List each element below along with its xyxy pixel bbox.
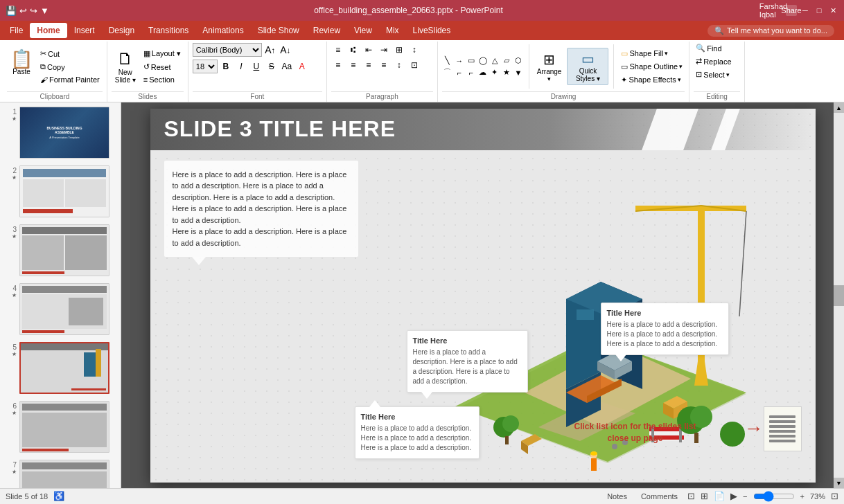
slide-canvas[interactable]: SLIDE 3 TITLE HERE Here is a place to ad… bbox=[150, 109, 816, 483]
comments-button[interactable]: Comments bbox=[637, 491, 682, 502]
menu-design[interactable]: Design bbox=[102, 23, 141, 38]
maximize-button[interactable]: □ bbox=[814, 5, 825, 16]
slide-img-6[interactable] bbox=[19, 401, 109, 453]
share-button[interactable]: Share bbox=[786, 5, 797, 16]
line-spacing-button[interactable]: ↕ bbox=[392, 58, 406, 72]
shape-line-icon[interactable]: ╲ bbox=[442, 55, 453, 66]
notes-button[interactable]: Notes bbox=[603, 491, 631, 502]
arrange-button[interactable]: ⊞ Arrange ▾ bbox=[534, 50, 565, 84]
shape-rect-icon[interactable]: ▭ bbox=[466, 55, 477, 66]
minimize-button[interactable]: ─ bbox=[800, 5, 811, 16]
slide-img-1[interactable]: BUSINESS BUILDINGASSEMBLEA Presentation … bbox=[19, 107, 109, 159]
slide-thumb-6[interactable]: 6 ★ bbox=[3, 399, 118, 454]
slide-img-7[interactable] bbox=[19, 460, 109, 488]
decrease-indent-button[interactable]: ⇤ bbox=[362, 43, 376, 57]
view-slideshow-icon[interactable]: ▶ bbox=[730, 491, 737, 501]
quick-styles-button[interactable]: ▭ Quick Styles ▾ bbox=[567, 48, 608, 85]
undo-icon[interactable]: ↩ bbox=[19, 6, 27, 16]
increase-font-button[interactable]: A↑ bbox=[263, 43, 277, 57]
shape-star5-icon[interactable]: ★ bbox=[501, 67, 512, 78]
select-button[interactable]: ⊡ Select ▾ bbox=[694, 69, 732, 80]
slide-img-3[interactable] bbox=[19, 224, 109, 276]
new-slide-button[interactable]: 🗋 New Slide ▾ bbox=[112, 47, 139, 86]
slide-thumb-2[interactable]: 2 ★ bbox=[3, 164, 118, 219]
menu-mix[interactable]: Mix bbox=[379, 23, 406, 38]
shape-effects-button[interactable]: ✦ Shape Effects ▾ bbox=[619, 75, 683, 85]
close-button[interactable]: ✕ bbox=[827, 5, 838, 16]
menu-transitions[interactable]: Transitions bbox=[141, 23, 195, 38]
zoom-out-button[interactable]: − bbox=[743, 492, 747, 501]
shape-arrow-icon[interactable]: → bbox=[454, 55, 465, 66]
view-reading-icon[interactable]: 📄 bbox=[714, 491, 725, 501]
text-direction-button[interactable]: ↕ bbox=[407, 43, 421, 57]
list-icon-box[interactable] bbox=[764, 406, 802, 451]
redo-icon[interactable]: ↪ bbox=[30, 6, 37, 16]
shape-fill-button[interactable]: ▭ Shape Fill ▾ bbox=[619, 48, 670, 59]
shape-more-icon[interactable]: ▼ bbox=[513, 67, 524, 78]
slide-img-5[interactable] bbox=[19, 342, 109, 394]
bold-button[interactable]: B bbox=[219, 60, 233, 73]
view-normal-icon[interactable]: ⊡ bbox=[687, 491, 695, 501]
slide-img-4[interactable] bbox=[19, 283, 109, 335]
shape-triangle-icon[interactable]: △ bbox=[489, 55, 500, 66]
font-color-button[interactable]: A bbox=[295, 60, 309, 73]
search-box[interactable]: 🔍 Tell me what you want to do... bbox=[707, 25, 834, 37]
zoom-in-button[interactable]: + bbox=[800, 492, 805, 501]
cut-button[interactable]: ✂ Cut bbox=[37, 48, 103, 60]
menu-slideshow[interactable]: Slide Show bbox=[251, 23, 306, 38]
accessibility-icon[interactable]: ♿ bbox=[53, 491, 64, 501]
align-left-button[interactable]: ≡ bbox=[331, 58, 345, 72]
format-painter-button[interactable]: 🖌 Format Painter bbox=[37, 74, 103, 85]
vertical-scrollbar[interactable]: ▲ ▼ bbox=[834, 102, 844, 488]
menu-view[interactable]: View bbox=[347, 23, 379, 38]
scroll-up-button[interactable]: ▲ bbox=[834, 102, 844, 113]
zoom-slider[interactable] bbox=[753, 491, 795, 502]
slide-thumb-4[interactable]: 4 ★ bbox=[3, 282, 118, 336]
numbering-button[interactable]: ⑆ bbox=[346, 43, 360, 57]
menu-home[interactable]: Home bbox=[30, 23, 67, 38]
fit-slide-button[interactable]: ⊡ bbox=[831, 491, 838, 501]
menu-review[interactable]: Review bbox=[306, 23, 347, 38]
scroll-down-button[interactable]: ▼ bbox=[834, 478, 844, 488]
font-size-select[interactable]: 18 bbox=[193, 60, 218, 73]
shape-bent-icon[interactable]: ⌐ bbox=[454, 67, 465, 78]
menu-insert[interactable]: Insert bbox=[67, 23, 102, 38]
italic-button[interactable]: I bbox=[234, 60, 248, 73]
font-family-select[interactable]: Calibri (Body) bbox=[193, 43, 262, 57]
shape-elbow-icon[interactable]: ⌐ bbox=[466, 67, 477, 78]
copy-button[interactable]: ⧉ Copy bbox=[37, 61, 103, 73]
columns-button[interactable]: ⊞ bbox=[392, 43, 406, 57]
slide-thumb-3[interactable]: 3 ★ bbox=[3, 223, 118, 278]
bullets-button[interactable]: ≡ bbox=[331, 43, 345, 57]
view-slide-sorter-icon[interactable]: ⊞ bbox=[701, 491, 708, 501]
shape-cloud-icon[interactable]: ☁ bbox=[477, 67, 489, 78]
clear-format-button[interactable]: Aa bbox=[280, 60, 294, 73]
justify-button[interactable]: ≡ bbox=[377, 58, 391, 72]
slide-panel[interactable]: 1 ★ BUSINESS BUILDINGASSEMBLEA Presentat… bbox=[0, 102, 121, 488]
center-button[interactable]: ≡ bbox=[346, 58, 360, 72]
slide-img-2[interactable] bbox=[19, 165, 109, 217]
layout-button[interactable]: ▦ Layout ▾ bbox=[141, 48, 184, 60]
reset-button[interactable]: ↺ Reset bbox=[141, 61, 184, 73]
customize-icon[interactable]: ▼ bbox=[40, 6, 49, 16]
underline-button[interactable]: U bbox=[249, 60, 263, 73]
align-right-button[interactable]: ≡ bbox=[362, 58, 376, 72]
shape-para-icon[interactable]: ▱ bbox=[501, 55, 512, 66]
shape-oval-icon[interactable]: ◯ bbox=[477, 55, 489, 66]
slide-thumb-1[interactable]: 1 ★ BUSINESS BUILDINGASSEMBLEA Presentat… bbox=[3, 105, 118, 160]
paragraph-expand-button[interactable]: ⊡ bbox=[407, 58, 421, 72]
replace-button[interactable]: ⇄ Replace bbox=[694, 56, 733, 66]
slide-thumb-7[interactable]: 7 ★ bbox=[3, 458, 118, 488]
decrease-font-button[interactable]: A↓ bbox=[279, 43, 292, 57]
shape-outline-button[interactable]: ▭ Shape Outline ▾ bbox=[619, 62, 685, 72]
increase-indent-button[interactable]: ⇥ bbox=[377, 43, 391, 57]
paste-button[interactable]: 📋 Paste bbox=[7, 48, 36, 85]
section-button[interactable]: ≡ Section bbox=[141, 74, 184, 85]
strikethrough-button[interactable]: S bbox=[265, 60, 279, 73]
slide-thumb-5[interactable]: 5 ★ bbox=[3, 341, 118, 395]
shape-star4-icon[interactable]: ✦ bbox=[489, 67, 500, 78]
find-button[interactable]: 🔍 Find bbox=[694, 43, 723, 53]
shape-curve-icon[interactable]: ⌒ bbox=[442, 67, 453, 78]
save-icon[interactable]: 💾 bbox=[6, 6, 17, 16]
menu-animations[interactable]: Animations bbox=[195, 23, 250, 38]
